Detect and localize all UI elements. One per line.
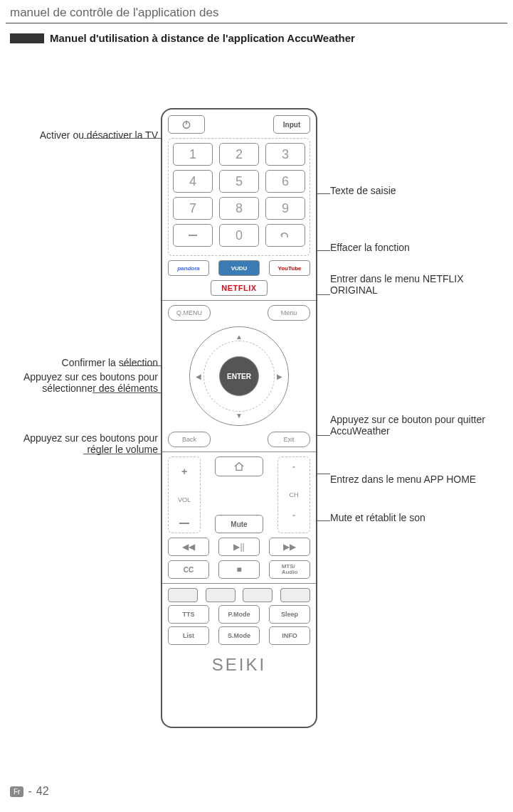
netflix-button[interactable]: NETFLIX	[211, 280, 268, 296]
volume-rocker[interactable]: + VOL	[168, 456, 201, 533]
vudu-button[interactable]: VUDU	[218, 260, 260, 276]
divider	[162, 300, 316, 301]
forward-button[interactable]: ▶▶	[269, 538, 310, 556]
qmenu-button[interactable]: Q.MENU	[168, 305, 211, 321]
nav-section: Q.MENU Menu Back Exit ▲ ▼ ◀ ▶ ENTER	[168, 305, 310, 447]
home-icon	[233, 461, 245, 472]
list-button[interactable]: List	[168, 626, 209, 645]
callout-exit: Appuyez sur ce bouton pour quitter AccuW…	[330, 414, 508, 437]
num-8[interactable]: 8	[219, 197, 259, 220]
power-icon	[181, 119, 191, 129]
num-0[interactable]: 0	[219, 224, 259, 247]
mts-audio-button[interactable]: MTS/ Audio	[269, 560, 310, 579]
callout-volume-text: Appuyez sur ces boutons pour régler le v…	[23, 432, 158, 455]
callout-power: Activer ou désactiver la TV	[0, 129, 158, 141]
leader-line	[122, 365, 161, 366]
numpad-group: 1 2 3 4 5 6 7 8 9 0	[168, 138, 310, 256]
page-number: 42	[36, 785, 49, 798]
smode-button[interactable]: S.Mode	[218, 626, 260, 645]
dpad: ▲ ▼ ◀ ▶ ENTER	[189, 326, 289, 426]
lang-badge: Fr	[10, 786, 23, 797]
num-6[interactable]: 6	[265, 170, 305, 193]
stop-button[interactable]: ■	[218, 560, 260, 579]
play-pause-button[interactable]: ▶||	[218, 538, 260, 556]
callout-confirm: Confirmer la sélection	[0, 357, 158, 368]
callout-clear-text: Effacer la fonction	[330, 242, 410, 253]
rewind-button[interactable]: ◀◀	[168, 538, 209, 556]
num-9[interactable]: 9	[265, 197, 305, 220]
callout-confirm-text: Confirmer la sélection	[62, 357, 158, 368]
callout-exit-text: Appuyez sur ce bouton pour quitter AccuW…	[330, 414, 485, 437]
color-yellow[interactable]	[243, 588, 273, 602]
sleep-button[interactable]: Sleep	[269, 605, 310, 624]
leader-line	[92, 392, 161, 393]
enter-button[interactable]: ENTER	[219, 356, 259, 396]
home-button[interactable]	[215, 456, 263, 476]
callout-home: Entrez dans le menu APP HOME	[330, 474, 476, 485]
callout-power-text: Activer ou désactiver la TV	[40, 129, 158, 141]
dpad-left[interactable]: ◀	[196, 373, 201, 380]
divider	[162, 583, 316, 584]
callout-clear: Effacer la fonction	[330, 242, 410, 253]
cc-button[interactable]: CC	[168, 560, 209, 579]
power-button[interactable]	[168, 115, 205, 134]
leader-line	[84, 138, 161, 139]
mute-button[interactable]: Mute	[215, 515, 263, 533]
color-red[interactable]	[168, 588, 198, 602]
num-2[interactable]: 2	[219, 143, 259, 166]
num-return[interactable]	[265, 224, 305, 247]
callout-text-input-text: Texte de saisie	[330, 185, 396, 196]
dpad-right[interactable]: ▶	[277, 373, 282, 380]
header-title: manuel de contrôle de l'application des	[0, 0, 513, 23]
callout-netflix-text: Entrer dans le menu NETFLIX ORIGINAL	[330, 273, 464, 296]
pmode-button[interactable]: P.Mode	[218, 605, 260, 624]
brand-logo: SEIKI	[168, 655, 310, 675]
leader-line	[317, 435, 330, 436]
footer: Fr - 42	[10, 785, 49, 798]
section-header: Manuel d'utilisation à distance de l'app…	[0, 23, 513, 44]
section-title: Manuel d'utilisation à distance de l'app…	[50, 32, 355, 44]
dpad-inner: ENTER	[203, 341, 275, 412]
channel-rocker[interactable]: ˆ CH ˇ	[277, 456, 310, 533]
callout-select: Appuyez sur ces boutons pour sélectionne…	[0, 371, 158, 394]
return-icon	[279, 231, 292, 240]
ch-down-icon: ˇ	[292, 514, 295, 524]
dpad-up[interactable]: ▲	[236, 333, 243, 341]
ch-label: CH	[290, 491, 299, 498]
num-5[interactable]: 5	[219, 170, 259, 193]
num-7[interactable]: 7	[173, 197, 213, 220]
num-1[interactable]: 1	[173, 143, 213, 166]
pandora-button[interactable]: pandora	[168, 260, 209, 276]
callout-text-input: Texte de saisie	[330, 185, 396, 196]
exit-button[interactable]: Exit	[268, 432, 310, 447]
remote: Input 1 2 3 4 5 6 7 8 9	[161, 108, 317, 728]
vol-up-icon: +	[181, 466, 187, 477]
info-button[interactable]: INFO	[269, 626, 310, 645]
leader-line	[83, 454, 161, 454]
color-blue[interactable]	[280, 588, 310, 602]
ch-up-icon: ˆ	[292, 466, 295, 476]
tts-button[interactable]: TTS	[168, 605, 209, 624]
menu-button[interactable]: Menu	[268, 305, 310, 321]
callout-home-text: Entrez dans le menu APP HOME	[330, 474, 476, 485]
callout-mute-text: Mute et rétablit le son	[330, 512, 425, 523]
callout-select-text: Appuyez sur ces boutons pour sélectionne…	[23, 371, 158, 394]
callout-volume: Appuyez sur ces boutons pour régler le v…	[0, 432, 158, 455]
back-button[interactable]: Back	[168, 432, 211, 447]
divider	[162, 452, 316, 452]
color-green[interactable]	[206, 588, 236, 602]
dpad-down[interactable]: ▼	[236, 412, 243, 420]
num-3[interactable]: 3	[265, 143, 305, 166]
num-dash[interactable]	[173, 224, 213, 247]
input-button[interactable]: Input	[273, 115, 310, 134]
vol-down-icon	[179, 523, 189, 524]
youtube-button[interactable]: YouTube	[269, 260, 310, 276]
num-4[interactable]: 4	[173, 170, 213, 193]
vol-label: VOL	[178, 496, 191, 503]
section-color-block	[10, 33, 44, 43]
callout-mute: Mute et rétablit le son	[330, 512, 425, 523]
callout-netflix: Entrer dans le menu NETFLIX ORIGINAL	[330, 273, 501, 296]
